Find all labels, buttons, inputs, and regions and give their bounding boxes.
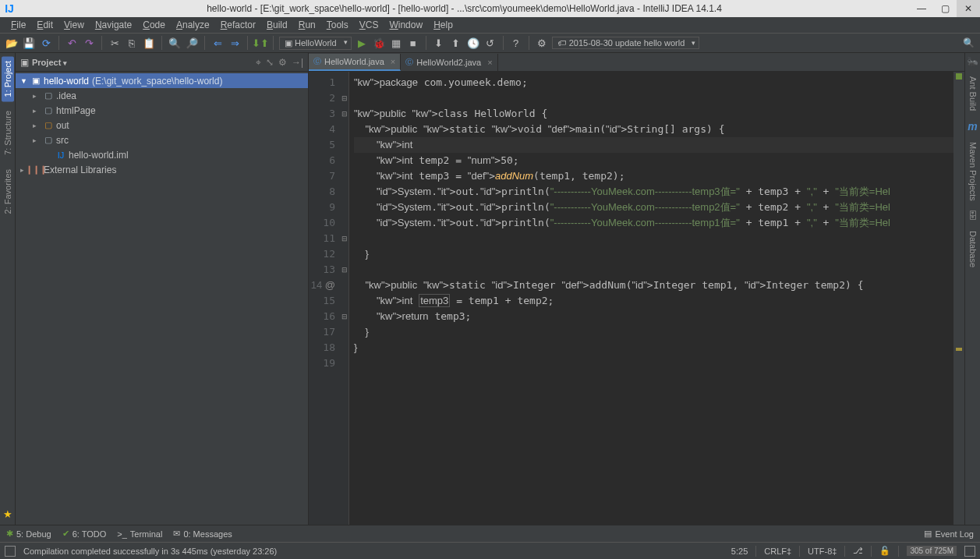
find-icon[interactable]: 🔍 bbox=[168, 36, 182, 50]
project-panel: ▣ Project ⌖ ⤡ ⚙ →| ▼ ▣ hello-world (E:\g… bbox=[16, 53, 309, 525]
cut-icon[interactable]: ✂ bbox=[108, 36, 122, 50]
coverage-icon[interactable]: ▦ bbox=[389, 36, 403, 50]
menu-help[interactable]: Help bbox=[429, 18, 458, 32]
close-button[interactable]: ✕ bbox=[957, 0, 980, 17]
menu-edit[interactable]: Edit bbox=[32, 18, 58, 32]
tree-item-idea[interactable]: ▸▢.idea bbox=[16, 88, 308, 103]
tab-maven[interactable]: Maven Projects bbox=[967, 137, 979, 206]
save-icon[interactable]: 💾 bbox=[22, 36, 36, 50]
caret-position[interactable]: 5:25 bbox=[731, 547, 748, 556]
editor-tab-HelloWorldjava[interactable]: ⒸHelloWorld.java× bbox=[309, 54, 401, 71]
tree-external-libraries[interactable]: ▸ ❙❙❙ External Libraries bbox=[16, 162, 308, 177]
hector-icon[interactable] bbox=[964, 546, 975, 557]
settings-icon[interactable]: ⚙ bbox=[535, 36, 549, 50]
tree-item-htmlPage[interactable]: ▸▢htmlPage bbox=[16, 103, 308, 118]
editor-tab-HelloWorld2java[interactable]: ⒸHelloWorld2.java× bbox=[401, 54, 497, 71]
ant-icon: 🐜 bbox=[967, 56, 978, 67]
java-file-icon: Ⓒ bbox=[313, 56, 321, 67]
toolstrip-0messages[interactable]: ✉0: Messages bbox=[173, 529, 232, 539]
search-everywhere-icon[interactable]: 🔍 bbox=[961, 36, 975, 50]
vcs-commit-icon[interactable]: ⬆ bbox=[449, 36, 463, 50]
editor-body: 1 2 3 4 5 6 7 8 9 10 11 12 13 14 @ 15 16… bbox=[309, 72, 964, 525]
toolstrip-5debug[interactable]: ✱5: Debug bbox=[6, 529, 51, 539]
project-tree[interactable]: ▼ ▣ hello-world (E:\git_work_space\hello… bbox=[16, 72, 308, 525]
menu-vcs[interactable]: VCS bbox=[355, 18, 384, 32]
left-tool-tabs: 1: Project 7: Structure 2: Favorites ★ bbox=[0, 53, 16, 525]
collapse-all-icon[interactable]: ⤡ bbox=[266, 57, 274, 68]
tree-item-helloworldiml[interactable]: IJhello-world.iml bbox=[16, 147, 308, 162]
vcs-revert-icon[interactable]: ↺ bbox=[483, 36, 497, 50]
status-bar: Compilation completed successfully in 3s… bbox=[0, 542, 980, 559]
sync-icon[interactable]: ⟳ bbox=[39, 36, 53, 50]
memory-indicator[interactable]: 305 of 725M bbox=[907, 546, 957, 556]
tree-root[interactable]: ▼ ▣ hello-world (E:\git_work_space\hello… bbox=[16, 73, 308, 88]
toolstrip-6todo[interactable]: ✔6: TODO bbox=[62, 529, 107, 539]
close-tab-icon[interactable]: × bbox=[391, 57, 395, 66]
menu-window[interactable]: Window bbox=[384, 18, 427, 32]
undo-icon[interactable]: ↶ bbox=[65, 36, 79, 50]
hide-panel-icon[interactable]: →| bbox=[292, 57, 303, 68]
maven-icon: m bbox=[968, 120, 977, 133]
open-icon[interactable]: 📂 bbox=[5, 36, 19, 50]
project-view-selector[interactable]: Project bbox=[32, 58, 67, 67]
menu-navigate[interactable]: Navigate bbox=[90, 18, 136, 32]
menu-refactor[interactable]: Refactor bbox=[216, 18, 260, 32]
tab-database[interactable]: Database bbox=[967, 226, 979, 272]
stop-icon[interactable]: ■ bbox=[406, 36, 420, 50]
redo-icon[interactable]: ↷ bbox=[82, 36, 96, 50]
close-tab-icon[interactable]: × bbox=[487, 58, 492, 67]
vcs-branch-selector[interactable]: 🏷 2015-08-30 update hello world bbox=[552, 37, 700, 49]
main-area: 1: Project 7: Structure 2: Favorites ★ ▣… bbox=[0, 53, 980, 525]
tab-project[interactable]: 1: Project bbox=[2, 56, 14, 101]
toolstrip-terminal[interactable]: >_Terminal bbox=[117, 529, 162, 539]
vcs-history-icon[interactable]: 🕓 bbox=[466, 36, 480, 50]
menu-tools[interactable]: Tools bbox=[322, 18, 353, 32]
stripe-ok-icon bbox=[956, 73, 962, 80]
replace-icon[interactable]: 🔎 bbox=[185, 36, 199, 50]
forward-icon[interactable]: ⇒ bbox=[228, 36, 242, 50]
line-separator[interactable]: CRLF‡ bbox=[764, 547, 791, 556]
run-configuration-selector[interactable]: ▣ HelloWorld bbox=[279, 37, 352, 50]
right-tool-tabs: 🐜 Ant Build m Maven Projects 🗄 Database bbox=[964, 53, 980, 525]
menu-view[interactable]: View bbox=[59, 18, 89, 32]
window-buttons: — ▢ ✕ bbox=[910, 0, 980, 17]
copy-icon[interactable]: ⎘ bbox=[125, 36, 139, 50]
tool-window-toggle-icon[interactable] bbox=[5, 546, 16, 557]
file-encoding[interactable]: UTF-8‡ bbox=[808, 547, 837, 556]
panel-settings-icon[interactable]: ⚙ bbox=[278, 57, 287, 68]
event-log-button[interactable]: ▤ Event Log bbox=[924, 529, 974, 539]
java-file-icon: Ⓒ bbox=[405, 57, 413, 68]
fold-gutter[interactable]: ⊟ ⊟ ⊟ ⊟ ⊟ bbox=[340, 72, 349, 525]
error-stripe[interactable] bbox=[953, 72, 964, 525]
editor-tabs: ⒸHelloWorld.java×ⒸHelloWorld2.java× bbox=[309, 53, 964, 72]
git-branch-icon[interactable]: ⎇ bbox=[853, 546, 863, 556]
tab-structure[interactable]: 7: Structure bbox=[2, 106, 14, 160]
tab-favorites[interactable]: 2: Favorites bbox=[2, 165, 14, 218]
code-editor[interactable]: "kw">package com.youmeek.demo; "kw">publ… bbox=[349, 72, 953, 525]
minimize-button[interactable]: — bbox=[910, 0, 933, 17]
database-icon: 🗄 bbox=[968, 211, 978, 221]
run-config-label: HelloWorld bbox=[295, 38, 337, 48]
back-icon[interactable]: ⇐ bbox=[211, 36, 225, 50]
tab-ant-build[interactable]: Ant Build bbox=[967, 72, 979, 115]
scroll-from-source-icon[interactable]: ⌖ bbox=[256, 57, 261, 68]
readonly-lock-icon[interactable]: 🔓 bbox=[879, 546, 890, 556]
vcs-update-icon[interactable]: ⬇ bbox=[432, 36, 446, 50]
help-icon[interactable]: ? bbox=[509, 36, 523, 50]
menu-file[interactable]: File bbox=[6, 18, 30, 32]
favorite-star-icon: ★ bbox=[3, 508, 12, 520]
tree-root-path: (E:\git_work_space\hello-world) bbox=[89, 76, 222, 87]
menu-build[interactable]: Build bbox=[262, 18, 292, 32]
line-gutter[interactable]: 1 2 3 4 5 6 7 8 9 10 11 12 13 14 @ 15 16… bbox=[309, 72, 340, 525]
menu-analyze[interactable]: Analyze bbox=[172, 18, 214, 32]
menu-code[interactable]: Code bbox=[138, 18, 170, 32]
paste-icon[interactable]: 📋 bbox=[142, 36, 156, 50]
run-icon[interactable]: ▶ bbox=[355, 36, 369, 50]
make-icon[interactable]: ⬇⬆ bbox=[253, 36, 267, 50]
tree-item-out[interactable]: ▸▢out bbox=[16, 118, 308, 133]
debug-icon[interactable]: 🐞 bbox=[372, 36, 386, 50]
tree-item-src[interactable]: ▸▢src bbox=[16, 133, 308, 147]
menu-run[interactable]: Run bbox=[294, 18, 320, 32]
folder-icon: ▢ bbox=[42, 135, 55, 145]
maximize-button[interactable]: ▢ bbox=[933, 0, 957, 17]
